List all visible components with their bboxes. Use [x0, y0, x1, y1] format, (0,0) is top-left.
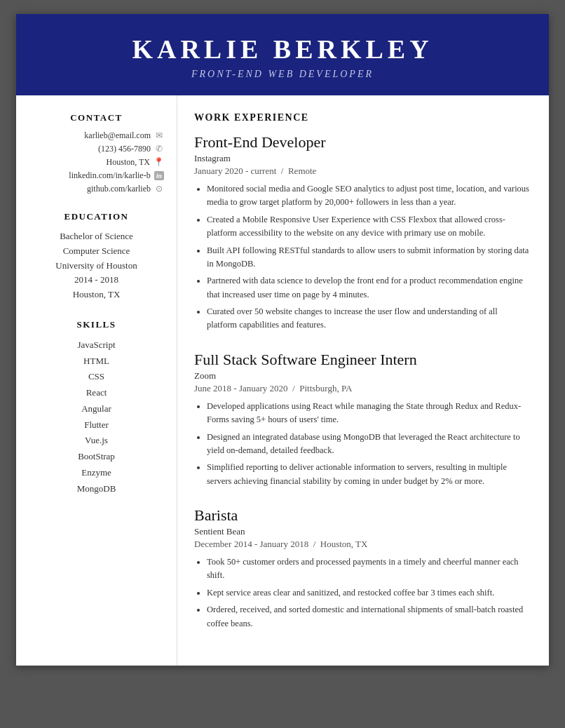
- resume-container: KARLIE BERKLEY FRONT-END WEB DEVELOPER C…: [16, 14, 549, 666]
- job-3-location: Houston, TX: [320, 539, 368, 549]
- job-2-title: Full Stack Software Engineer Intern: [194, 351, 529, 369]
- phone-text: (123) 456-7890: [98, 144, 151, 154]
- linkedin-text: linkedin.com/in/karlie-b: [69, 170, 150, 181]
- email-text: karlieb@email.com: [84, 130, 151, 141]
- candidate-name: KARLIE BERKLEY: [30, 34, 535, 65]
- contact-list: karlieb@email.com ✉ (123) 456-7890 ✆ Hou…: [29, 130, 164, 194]
- resume-header: KARLIE BERKLEY FRONT-END WEB DEVELOPER: [16, 14, 549, 95]
- job-1-bullet-5: Curated over 50 website changes to incre…: [207, 305, 529, 332]
- job-2: Full Stack Software Engineer Intern Zoom…: [194, 351, 529, 488]
- skill-angular: Angular: [29, 401, 164, 417]
- education-school: University of Houston: [29, 259, 164, 274]
- work-section-title: WORK EXPERIENCE: [194, 112, 529, 123]
- job-1-separator: /: [279, 166, 288, 176]
- location-text: Houston, TX: [107, 157, 150, 168]
- contact-github: github.com/karlieb ⊙: [29, 184, 164, 194]
- email-icon: ✉: [154, 130, 164, 141]
- job-1-meta: January 2020 - current / Remote: [194, 166, 529, 177]
- job-3: Barista Sentient Bean December 2014 - Ja…: [194, 506, 529, 631]
- job-1-location: Remote: [288, 166, 316, 176]
- skill-enzyme: Enzyme: [29, 465, 164, 481]
- job-2-bullets: Developed applications using React while…: [194, 400, 529, 488]
- education-major: Computer Science: [29, 244, 164, 259]
- job-1-bullet-3: Built API following RESTful standards to…: [207, 244, 529, 271]
- contact-location: Houston, TX 📍: [29, 157, 164, 168]
- job-1-bullet-2: Created a Mobile Responsive User Experie…: [207, 213, 529, 241]
- job-1-bullets: Monitored social media and Google SEO an…: [194, 182, 529, 332]
- education-years: 2014 - 2018: [29, 273, 164, 288]
- job-2-bullet-3: Simplified reporting to deliver actionab…: [207, 461, 529, 488]
- job-3-bullet-1: Took 50+ customer orders and processed p…: [207, 555, 529, 583]
- contact-phone: (123) 456-7890 ✆: [29, 144, 164, 154]
- github-icon: ⊙: [154, 184, 164, 194]
- job-3-bullet-2: Kept service areas clear and sanitized, …: [207, 586, 529, 600]
- job-3-meta: December 2014 - January 2018 / Houston, …: [194, 539, 529, 550]
- skill-javascript: JavaScript: [29, 337, 164, 353]
- location-icon: 📍: [154, 157, 164, 168]
- job-2-location: Pittsburgh, PA: [299, 383, 352, 393]
- skill-flutter: Flutter: [29, 417, 164, 433]
- job-2-separator: /: [290, 383, 299, 393]
- job-2-bullet-2: Designed an integrated database using Mo…: [207, 431, 529, 458]
- job-1-bullet-4: Partnered with data science to develop t…: [207, 274, 529, 302]
- job-3-title: Barista: [194, 506, 529, 525]
- job-3-company: Sentient Bean: [194, 526, 529, 537]
- left-column: CONTACT karlieb@email.com ✉ (123) 456-78…: [16, 95, 177, 666]
- job-2-dates: June 2018 - January 2020: [194, 383, 288, 393]
- phone-icon: ✆: [154, 144, 164, 154]
- education-block: Bachelor of Science Computer Science Uni…: [29, 229, 164, 302]
- skills-list: JavaScript HTML CSS React Angular Flutte…: [29, 337, 164, 497]
- skill-vuejs: Vue.js: [29, 433, 164, 449]
- skills-section-title: SKILLS: [29, 319, 164, 330]
- skill-bootstrap: BootStrap: [29, 449, 164, 465]
- education-degree: Bachelor of Science: [29, 229, 164, 244]
- job-1-dates: January 2020 - current: [194, 166, 276, 176]
- education-location: Houston, TX: [29, 288, 164, 302]
- right-column: WORK EXPERIENCE Front-End Developer Inst…: [177, 95, 549, 666]
- job-3-dates: December 2014 - January 2018: [194, 539, 308, 549]
- job-1-bullet-1: Monitored social media and Google SEO an…: [207, 182, 529, 210]
- contact-linkedin: linkedin.com/in/karlie-b in: [29, 170, 164, 181]
- contact-email: karlieb@email.com ✉: [29, 130, 164, 141]
- job-2-bullet-1: Developed applications using React while…: [207, 400, 529, 427]
- skill-react: React: [29, 385, 164, 401]
- skill-css: CSS: [29, 369, 164, 385]
- linkedin-icon: in: [154, 171, 164, 180]
- github-text: github.com/karlieb: [87, 184, 151, 194]
- skill-html: HTML: [29, 353, 164, 370]
- job-3-bullet-3: Ordered, received, and sorted domestic a…: [207, 603, 529, 631]
- contact-section-title: CONTACT: [29, 112, 164, 123]
- resume-body: CONTACT karlieb@email.com ✉ (123) 456-78…: [16, 95, 549, 666]
- job-1-company: Instagram: [194, 153, 529, 164]
- job-2-meta: June 2018 - January 2020 / Pittsburgh, P…: [194, 383, 529, 394]
- job-1-title: Front-End Developer: [194, 133, 529, 151]
- job-1: Front-End Developer Instagram January 20…: [194, 133, 529, 332]
- job-3-separator: /: [311, 539, 320, 549]
- skill-mongodb: MongoDB: [29, 481, 164, 497]
- job-3-bullets: Took 50+ customer orders and processed p…: [194, 555, 529, 631]
- job-2-company: Zoom: [194, 370, 529, 382]
- education-section-title: EDUCATION: [29, 211, 164, 222]
- candidate-title: FRONT-END WEB DEVELOPER: [30, 69, 535, 80]
